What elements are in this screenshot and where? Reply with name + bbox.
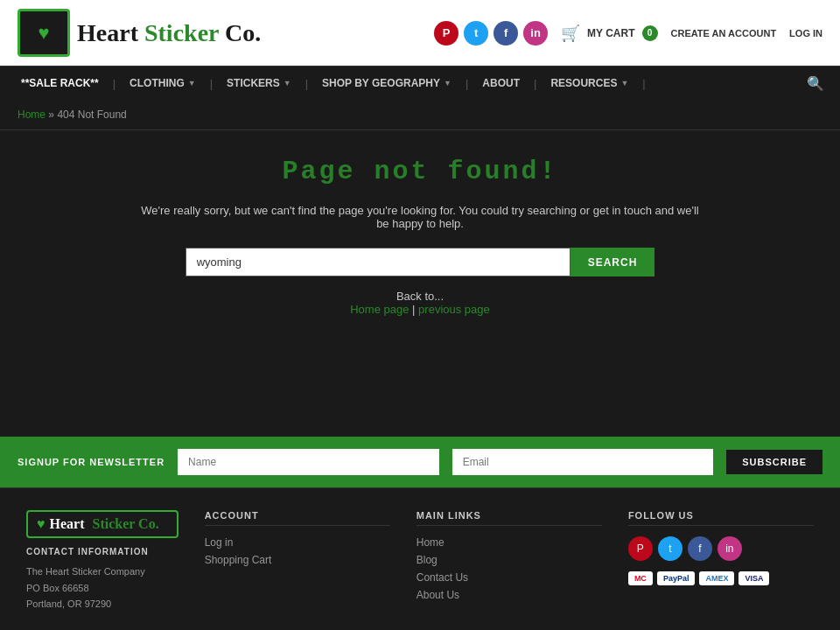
paypal-icon: PayPal [657, 571, 696, 585]
nav-stickers[interactable]: STICKERS ▼ [214, 66, 304, 100]
contact-details: The Heart Sticker Company PO Box 66658 P… [26, 564, 178, 612]
twitter-icon[interactable]: t [464, 21, 488, 46]
subscribe-button[interactable]: SUBSCRIBE [726, 450, 822, 474]
login-link[interactable]: LOG IN [789, 28, 822, 38]
search-row: SEARCH [186, 248, 655, 276]
main-links-title: MAIN LINKS [416, 510, 602, 526]
footer-pinterest-icon[interactable]: P [628, 536, 653, 561]
footer-facebook-icon[interactable]: f [688, 536, 712, 561]
header-links: CREATE AN ACCOUNT LOG IN [671, 28, 822, 38]
payment-icons: MC PayPal AMEX VISA [628, 571, 814, 585]
nav-resources[interactable]: RESOURCES ▼ [538, 66, 640, 100]
po-box: PO Box 66658 [26, 580, 178, 597]
nav-shop-by-geography[interactable]: SHOP BY GEOGRAPHY ▼ [310, 66, 464, 100]
newsletter-name-input[interactable] [178, 449, 439, 475]
footer-home-link[interactable]: Home [416, 536, 602, 549]
footer-heart-icon: ♥ [37, 516, 46, 532]
cart-icon: 🛒 [561, 24, 580, 43]
cart-area[interactable]: 🛒 MY CART 0 [561, 24, 657, 43]
logo-area: ♥ Heart Sticker Co. [18, 9, 261, 57]
cart-count: 0 [642, 25, 658, 41]
page-title: Page not found! [282, 157, 557, 186]
back-to-label: Back to... [396, 290, 444, 303]
breadcrumb-home[interactable]: Home [18, 108, 46, 121]
footer-logo-area: ♥ Heart Sticker Co. CONTACT INFORMATION … [26, 510, 178, 612]
nav-about[interactable]: ABOUT [470, 66, 532, 100]
footer-instagram-icon[interactable]: in [718, 536, 742, 561]
breadcrumb: Home » 404 Not Found [0, 100, 840, 130]
create-account-link[interactable]: CREATE AN ACCOUNT [671, 28, 777, 38]
footer-follow-section: FOLLOW US P t f in MC PayPal AMEX VISA [628, 510, 814, 612]
footer-blog-link[interactable]: Blog [416, 554, 602, 566]
pinterest-icon[interactable]: P [434, 21, 458, 46]
link-separator: | [412, 303, 415, 316]
nav-clothing[interactable]: CLOTHING ▼ [117, 66, 208, 100]
breadcrumb-separator: » [48, 108, 54, 121]
footer-logo[interactable]: ♥ Heart Sticker Co. [26, 510, 178, 538]
geography-dropdown-arrow: ▼ [444, 79, 452, 88]
follow-section-title: FOLLOW US [628, 510, 814, 526]
contact-info-label: CONTACT INFORMATION [26, 547, 178, 556]
resources-dropdown-arrow: ▼ [620, 79, 628, 88]
header-right: P t f in 🛒 MY CART 0 CREATE AN ACCOUNT L… [434, 21, 822, 46]
site-header: ♥ Heart Sticker Co. P t f in 🛒 MY CART 0… [0, 0, 840, 66]
back-links: Back to... Home page | previous page [350, 290, 490, 316]
footer-about-link[interactable]: About Us [416, 589, 602, 601]
follow-icons: P t f in [628, 536, 814, 561]
visa-icon: VISA [738, 571, 769, 585]
amex-icon: AMEX [699, 571, 734, 585]
previous-page-link[interactable]: previous page [418, 303, 490, 316]
facebook-icon[interactable]: f [494, 21, 518, 46]
social-icons: P t f in [434, 21, 548, 46]
search-button[interactable]: SEARCH [570, 248, 655, 276]
footer-account-section: ACCOUNT Log in Shopping Cart [205, 510, 390, 612]
main-content: Page not found! We're really sorry, but … [0, 130, 840, 437]
footer-login-link[interactable]: Log in [205, 536, 390, 549]
company-name: The Heart Sticker Company [26, 564, 178, 580]
home-page-link[interactable]: Home page [350, 303, 409, 316]
search-input[interactable] [186, 248, 570, 276]
footer-main-links-section: MAIN LINKS Home Blog Contact Us About Us [416, 510, 602, 612]
mastercard-icon: MC [628, 571, 653, 585]
error-message: We're really sorry, but we can't find th… [140, 204, 700, 230]
logo-icon[interactable]: ♥ [18, 9, 70, 57]
nav-search-icon[interactable]: 🔍 [800, 68, 831, 99]
newsletter-bar: SIGNUP FOR NEWSLETTER SUBSCRIBE [0, 437, 840, 487]
nav-sale-rack[interactable]: **SALE RACK** [9, 66, 111, 100]
site-footer: ♥ Heart Sticker Co. CONTACT INFORMATION … [0, 487, 840, 630]
account-section-title: ACCOUNT [205, 510, 390, 526]
clothing-dropdown-arrow: ▼ [188, 79, 196, 88]
breadcrumb-current: 404 Not Found [57, 108, 126, 121]
stickers-dropdown-arrow: ▼ [284, 79, 291, 88]
newsletter-label: SIGNUP FOR NEWSLETTER [18, 457, 164, 467]
city-state: Portland, OR 97290 [26, 596, 178, 612]
footer-cart-link[interactable]: Shopping Cart [205, 554, 390, 566]
logo-text[interactable]: Heart Sticker Co. [77, 19, 261, 47]
footer-contact-link[interactable]: Contact Us [416, 571, 602, 584]
instagram-icon[interactable]: in [523, 21, 548, 46]
newsletter-email-input[interactable] [452, 449, 714, 475]
footer-twitter-icon[interactable]: t [658, 536, 682, 561]
main-nav: **SALE RACK** | CLOTHING ▼ | STICKERS ▼ … [0, 66, 840, 100]
cart-label: MY CART [587, 27, 634, 39]
